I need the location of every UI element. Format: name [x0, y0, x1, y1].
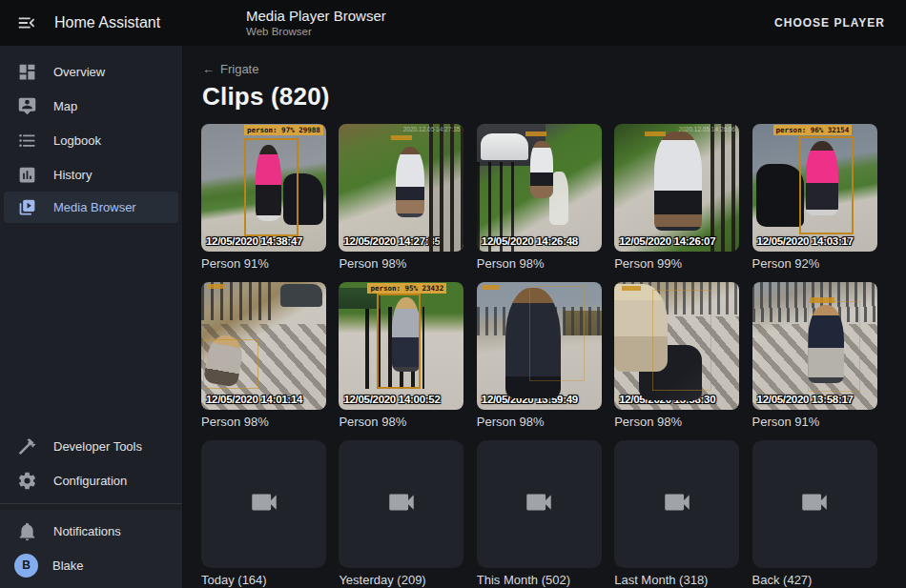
clip-item[interactable]: person: 95% 23432 12/05/2020 14:00:52 Pe… — [339, 282, 463, 430]
clip-item[interactable]: 12/05/2020 14:26:48 Person 98% — [477, 124, 602, 272]
detection-bounding-box — [529, 286, 585, 381]
clip-timestamp: 12/05/2020 14:01:14 — [206, 394, 302, 405]
clip-item[interactable]: 2020.12.05 14:26:06 12/05/2020 14:26:07 … — [614, 124, 739, 272]
clip-thumbnail: person: 95% 23432 12/05/2020 14:00:52 — [339, 282, 463, 410]
topbar-left: Home Assistant — [0, 11, 183, 34]
sidebar-item-configuration[interactable]: Configuration — [0, 463, 182, 497]
video-camera-icon — [798, 486, 831, 522]
detection-label: person: 97% 29988 — [244, 125, 323, 135]
choose-player-button[interactable]: CHOOSE PLAYER — [774, 16, 885, 30]
detection-bounding-box — [377, 294, 421, 389]
clip-timestamp: 12/05/2020 13:59:49 — [482, 394, 578, 405]
menu-open-icon[interactable] — [15, 11, 38, 34]
content-header: ←Frigate Clips (820) — [183, 46, 906, 112]
page-title: Clips (820) — [202, 82, 906, 112]
clip-timestamp: 12/05/2020 13:58:30 — [619, 394, 715, 405]
sidebar-item-developer-tools[interactable]: Developer Tools — [0, 429, 182, 463]
player-subtitle: Web Browser — [246, 26, 386, 38]
clip-item[interactable]: person: 97% 29988 12/05/2020 14:38:47 Pe… — [201, 124, 326, 272]
clip-caption: Person 98% — [477, 256, 602, 272]
home-assistant-app: Home Assistant Media Player Browser Web … — [0, 0, 906, 588]
user-name: Blake — [52, 558, 84, 573]
folder-thumbnail — [477, 440, 602, 568]
clip-timestamp: 12/05/2020 13:58:17 — [757, 394, 854, 405]
clip-caption: Person 98% — [614, 415, 739, 430]
folder-item-yesterday[interactable]: Yesterday (209) — [339, 440, 463, 588]
clip-timestamp: 12/05/2020 14:03:17 — [757, 235, 854, 247]
folder-label: Yesterday (209) — [339, 573, 463, 588]
clip-thumbnail: 2020.12.05 14:26:06 12/05/2020 14:26:07 — [614, 124, 739, 252]
back-arrow-icon: ← — [202, 62, 215, 76]
clip-caption: Person 91% — [752, 415, 877, 430]
clip-caption: Person 98% — [201, 415, 326, 430]
clip-item[interactable]: 2020.12.05 14:27:35 12/05/2020 14:27:35 … — [339, 124, 463, 272]
top-app-bar: Home Assistant Media Player Browser Web … — [0, 0, 906, 46]
detection-label: person: 96% 32154 — [773, 125, 853, 135]
clip-item[interactable]: person: 96% 32154 12/05/2020 14:03:17 Pe… — [752, 124, 877, 272]
sidebar-bottom-block: Notifications B Blake — [0, 510, 182, 588]
clip-caption: Person 98% — [339, 256, 463, 272]
play-box-multiple-icon — [15, 196, 38, 219]
video-camera-icon — [523, 486, 555, 522]
folder-label: Back (427) — [752, 573, 877, 588]
sidebar-divider — [0, 503, 182, 504]
clip-thumbnail: 12/05/2020 13:58:30 — [614, 282, 739, 410]
folder-item-this-month[interactable]: This Month (502) — [477, 440, 602, 588]
sidebar-item-history[interactable]: History — [0, 157, 182, 192]
detection-bounding-box — [244, 138, 299, 236]
gear-icon — [15, 469, 38, 492]
video-camera-icon — [248, 486, 280, 522]
sidebar-item-label: Logbook — [53, 133, 101, 148]
folder-item-last-month[interactable]: Last Month (318) — [614, 440, 739, 588]
clip-item[interactable]: 12/05/2020 14:01:14 Person 98% — [201, 282, 326, 430]
sidebar-item-label: Configuration — [53, 474, 127, 488]
sidebar-item-logbook[interactable]: Logbook — [0, 123, 182, 157]
back-link-frigate[interactable]: ←Frigate — [202, 62, 258, 76]
chart-box-icon — [15, 163, 38, 186]
detection-label-fragment — [622, 286, 641, 291]
folder-label: Last Month (318) — [614, 573, 739, 588]
sidebar-item-media-browser[interactable]: Media Browser — [4, 192, 178, 223]
hammer-icon — [15, 435, 38, 457]
clip-thumbnail: person: 97% 29988 12/05/2020 14:38:47 — [201, 124, 326, 252]
folder-thumbnail — [752, 440, 877, 568]
detection-label-fragment — [525, 132, 546, 136]
folder-item-today[interactable]: Today (164) — [201, 440, 326, 588]
detection-label: person: 95% 23432 — [367, 283, 446, 294]
clip-timestamp: 12/05/2020 14:26:48 — [482, 235, 578, 247]
clip-item[interactable]: 12/05/2020 13:59:49 Person 98% — [477, 282, 602, 430]
video-camera-icon — [385, 486, 418, 522]
sidebar: Overview Map Logbook History — [0, 46, 183, 588]
clip-caption: Person 91% — [201, 256, 326, 272]
sidebar-item-label: Notifications — [53, 524, 121, 538]
media-browser-content: ←Frigate Clips (820) person: 97% 29988 1… — [183, 46, 906, 588]
sidebar-item-label: Media Browser — [53, 200, 136, 214]
clip-timestamp: 12/05/2020 14:26:07 — [619, 235, 715, 247]
folder-label: This Month (502) — [477, 573, 602, 588]
bell-icon — [15, 519, 38, 542]
sidebar-item-overview[interactable]: Overview — [0, 54, 182, 89]
clip-thumbnail: 12/05/2020 13:58:17 — [752, 282, 877, 410]
clip-caption: Person 99% — [614, 256, 739, 272]
detection-bounding-box — [808, 301, 860, 392]
clip-thumbnail: 2020.12.05 14:27:35 12/05/2020 14:27:35 — [339, 124, 463, 252]
sidebar-item-user-profile[interactable]: B Blake — [0, 548, 182, 582]
folder-thumbnail — [614, 440, 739, 568]
detection-bounding-box — [799, 136, 854, 234]
sidebar-item-label: Map — [53, 99, 77, 113]
sidebar-item-map[interactable]: Map — [0, 89, 182, 123]
clip-thumbnail: person: 96% 32154 12/05/2020 14:03:17 — [752, 124, 877, 252]
player-title: Media Player Browser — [246, 8, 386, 24]
clip-item[interactable]: 12/05/2020 13:58:17 Person 91% — [752, 282, 877, 430]
sidebar-item-label: Developer Tools — [53, 439, 142, 454]
sidebar-item-notifications[interactable]: Notifications — [0, 514, 182, 548]
tooltip-account-icon — [15, 94, 38, 117]
osd-corner-text: 2020.12.05 14:26:06 — [679, 126, 736, 132]
clips-grid: person: 97% 29988 12/05/2020 14:38:47 Pe… — [201, 124, 876, 588]
avatar: B — [14, 554, 38, 578]
folder-item-back[interactable]: Back (427) — [752, 440, 877, 588]
folder-thumbnail — [339, 440, 463, 568]
clip-timestamp: 12/05/2020 14:27:35 — [343, 235, 440, 247]
view-dashboard-icon — [15, 60, 38, 83]
clip-item[interactable]: 12/05/2020 13:58:30 Person 98% — [614, 282, 739, 430]
